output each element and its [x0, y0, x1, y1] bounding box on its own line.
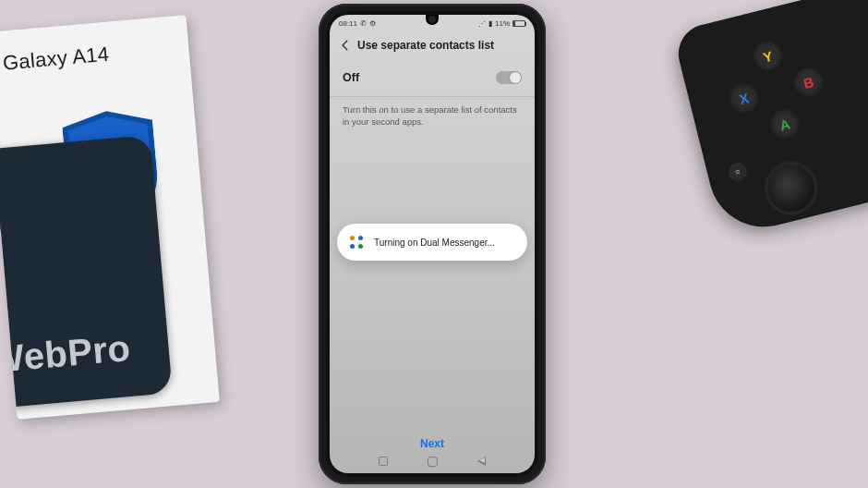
header: Use separate contacts list: [330, 31, 535, 59]
nav-bar: [330, 455, 535, 468]
box-art-cameras: [0, 160, 3, 238]
footer: Next: [330, 434, 535, 451]
whatsapp-icon: ✆: [360, 19, 367, 28]
battery-icon: [512, 20, 525, 27]
selfie-cam: [428, 16, 436, 23]
wifi-icon: ⋰: [478, 19, 486, 28]
nav-back-button[interactable]: [477, 457, 486, 466]
recents-button[interactable]: [379, 457, 388, 466]
box-art-phone: WebPro: [0, 135, 173, 409]
chevron-left-icon: [339, 39, 352, 52]
watermark-text: WebPro: [0, 322, 200, 394]
notification-icon: ⚙: [369, 19, 376, 28]
back-button[interactable]: [337, 37, 354, 54]
toast-text: Turning on Dual Messenger...: [374, 238, 495, 248]
controller-right-stick: [759, 156, 824, 221]
xbox-controller: Y X B A ≡: [672, 0, 868, 238]
controller-a-button: A: [766, 106, 802, 142]
clock: 08:11: [339, 19, 357, 28]
progress-toast: Turning on Dual Messenger...: [337, 224, 527, 261]
dual-messenger-icon: [348, 234, 365, 250]
controller-x-button: X: [726, 80, 762, 116]
box-model-name: Galaxy A14: [2, 43, 110, 76]
status-left: 08:11 ✆ ⚙: [339, 19, 376, 28]
status-right: ⋰ ▮ 11%: [478, 19, 525, 28]
phone-body: 08:11 ✆ ⚙ ⋰ ▮ 11% Use separate contacts …: [319, 4, 546, 484]
screen: 08:11 ✆ ⚙ ⋰ ▮ 11% Use separate contacts …: [330, 15, 535, 473]
home-button[interactable]: [428, 457, 438, 467]
controller-menu-button: ≡: [727, 161, 749, 183]
phone-bezel: 08:11 ✆ ⚙ ⋰ ▮ 11% Use separate contacts …: [326, 11, 538, 477]
galaxy-a14-retail-box: Galaxy A14 24 MONTH WARRANTY FOR AFRICA …: [0, 15, 220, 420]
controller-y-button: Y: [750, 38, 786, 74]
controller-b-button: B: [790, 64, 826, 100]
next-button[interactable]: Next: [420, 437, 444, 450]
signal-icon: ▮: [488, 19, 492, 28]
page-title: Use separate contacts list: [357, 39, 494, 52]
battery-percent: 11%: [495, 19, 510, 28]
